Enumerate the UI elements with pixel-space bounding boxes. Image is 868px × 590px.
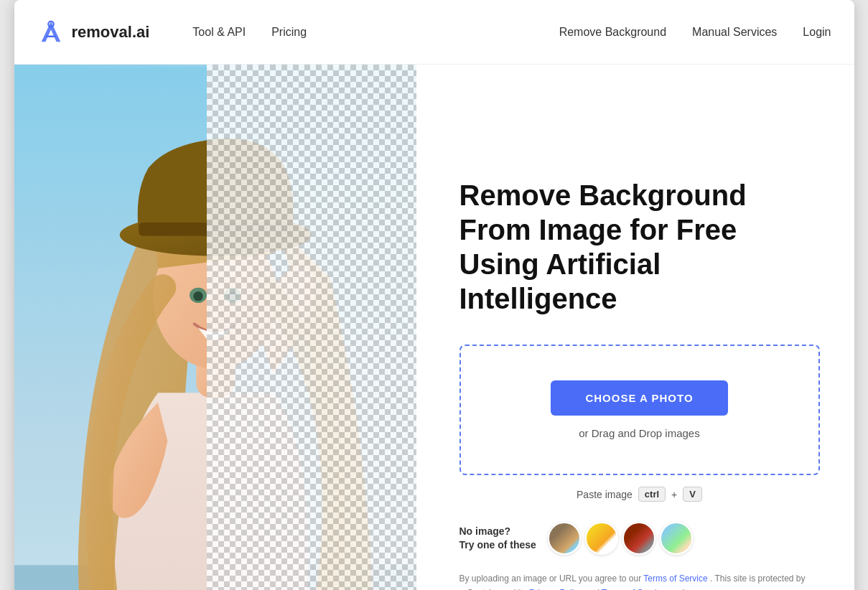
upload-dropzone[interactable]: CHOOSE A PHOTO or Drag and Drop images — [459, 345, 820, 475]
logo-icon — [37, 19, 65, 46]
privacy-link[interactable]: Privacy Policy — [529, 588, 583, 591]
nav-tool-api[interactable]: Tool & API — [192, 26, 246, 39]
nav-login[interactable]: Login — [803, 26, 831, 39]
hero-title: Remove Background From Image for Free Us… — [459, 178, 820, 316]
nav-manual-services[interactable]: Manual Services — [692, 26, 777, 39]
v-key-badge: V — [683, 487, 702, 502]
sample-thumb-car[interactable] — [585, 522, 618, 555]
drag-drop-text: or Drag and Drop images — [579, 427, 699, 439]
hero-section: Remove Background From Image for Free Us… — [14, 65, 854, 590]
svg-point-11 — [193, 291, 202, 301]
transparent-checkered — [207, 65, 416, 590]
hero-image-container — [14, 65, 416, 590]
sample-thumb-bag[interactable] — [622, 522, 655, 555]
nav-right: Remove Background Manual Services Login — [559, 26, 831, 39]
choose-photo-button[interactable]: CHOOSE A PHOTO — [551, 380, 727, 416]
footer-legal-text: By uploading an image or URL you agree t… — [459, 572, 820, 590]
browser-window: removal.ai Tool & API Pricing Remove Bac… — [14, 0, 854, 590]
logo-text: removal.ai — [72, 23, 150, 42]
sample-thumb-dog[interactable] — [660, 522, 693, 555]
plus-sign: + — [671, 489, 677, 500]
paste-label: Paste image — [577, 489, 633, 500]
no-image-text: No image? Try one of these — [459, 525, 536, 553]
paste-row: Paste image ctrl + V — [459, 487, 820, 502]
ctrl-key-badge: ctrl — [638, 487, 666, 502]
sample-images — [548, 522, 693, 555]
navbar: removal.ai Tool & API Pricing Remove Bac… — [14, 0, 854, 65]
logo-link[interactable]: removal.ai — [37, 19, 150, 46]
nav-remove-background[interactable]: Remove Background — [559, 26, 666, 39]
no-image-row: No image? Try one of these — [459, 522, 820, 555]
terms-link-2[interactable]: Terms of Service — [602, 588, 666, 591]
nav-left: Tool & API Pricing — [192, 26, 559, 39]
nav-pricing[interactable]: Pricing — [271, 26, 307, 39]
hero-photo — [14, 65, 416, 590]
hero-content: Remove Background From Image for Free Us… — [416, 65, 854, 590]
terms-link-1[interactable]: Terms of Service — [643, 573, 707, 584]
sample-thumb-person[interactable] — [548, 522, 581, 555]
